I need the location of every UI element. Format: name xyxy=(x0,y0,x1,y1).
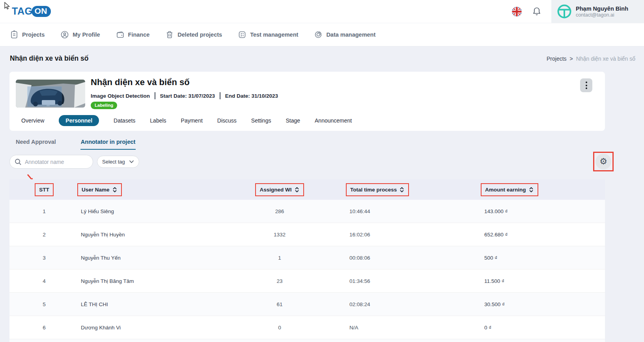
meta-divider xyxy=(155,92,155,99)
row-total-time: 02:08:24 xyxy=(317,301,459,307)
search-input[interactable] xyxy=(25,159,84,165)
project-card: Nhận diện xe và biển số Image Object Det… xyxy=(9,72,605,131)
row-user-name: Nguyễn Thu Yến xyxy=(79,255,242,261)
tag-select[interactable]: Select tag xyxy=(97,156,139,168)
uk-flag-icon[interactable] xyxy=(511,6,522,17)
status-badge: Labeling xyxy=(91,102,117,109)
row-user-name: Nguyễn Thị Băng Tâm xyxy=(79,278,242,284)
row-stt: 1 xyxy=(9,208,79,214)
nav-item-finance[interactable]: Finance xyxy=(116,30,150,39)
tab-datasets[interactable]: Datasets xyxy=(114,117,135,124)
chevron-down-icon xyxy=(129,160,134,164)
trash-icon xyxy=(165,30,174,39)
assigned-wi-sort[interactable]: Assigned WI xyxy=(255,183,304,196)
gear-annotation-box: ⚙ xyxy=(593,152,614,171)
col-header-assigned-wi: Assigned WI xyxy=(242,183,317,196)
data-doc-icon xyxy=(314,30,323,39)
row-amount: 30.500 ₫ xyxy=(459,301,605,307)
nav-item-data-management[interactable]: Data management xyxy=(314,30,375,39)
tab-settings[interactable]: Settings xyxy=(251,117,271,124)
row-stt: 2 xyxy=(9,232,79,238)
row-user-name: Lý Hiểu Siêng xyxy=(79,208,242,214)
row-user-name: LÊ THỊ CHI xyxy=(79,301,242,307)
total-time-sort[interactable]: Total time process xyxy=(346,183,409,196)
wallet-icon xyxy=(116,30,125,39)
tab-payment[interactable]: Payment xyxy=(181,117,203,124)
nav-item-test-management[interactable]: Test management xyxy=(238,30,298,39)
column-settings-button[interactable]: ⚙ xyxy=(595,154,611,169)
user-name: Phạm Nguyên Bình xyxy=(576,5,628,12)
row-total-time: 16:02:06 xyxy=(317,232,459,238)
row-amount: 143.000 ₫ xyxy=(459,208,605,214)
row-stt: 5 xyxy=(9,301,79,307)
sort-icon xyxy=(528,187,534,193)
next-row-partial xyxy=(9,339,605,342)
table-header: STT User Name Assigned WI Total time pro… xyxy=(9,179,605,200)
col-header-total-time: Total time process xyxy=(317,183,459,196)
annotator-search xyxy=(9,155,93,169)
sort-icon xyxy=(294,187,300,193)
row-total-time: 10:46:44 xyxy=(317,208,459,214)
project-tabs: Overview Personnel Datasets Labels Payme… xyxy=(21,115,352,126)
project-thumbnail xyxy=(16,80,85,108)
tab-personnel[interactable]: Personnel xyxy=(59,115,99,126)
project-meta: Image Object Detection Start Date: 31/07… xyxy=(91,92,278,99)
avatar-logo-icon xyxy=(557,4,572,19)
subtab-need-approval[interactable]: Need Approval xyxy=(16,139,56,150)
tab-stage[interactable]: Stage xyxy=(286,117,300,124)
project-title: Nhận diện xe và biển số xyxy=(91,77,190,87)
person-circle-icon xyxy=(60,30,69,39)
bell-icon[interactable] xyxy=(532,7,541,16)
page-title: Nhận diện xe và biển số xyxy=(10,54,88,63)
row-total-time: 00:08:06 xyxy=(317,255,459,261)
clipboard-icon xyxy=(10,30,19,39)
row-user-name: Dương Khánh Vi xyxy=(79,325,242,331)
kebab-menu-icon[interactable] xyxy=(580,78,592,92)
row-assigned-wi: 1 xyxy=(242,255,317,261)
gear-icon: ⚙ xyxy=(599,157,607,166)
user-info: Phạm Nguyên Bình contact@tagon.ai xyxy=(576,5,628,18)
table-row: 2 Nguyễn Thị Huyền 1332 16:02:06 652.680… xyxy=(9,223,605,246)
row-stt: 4 xyxy=(9,278,79,284)
col-header-user-name: User Name xyxy=(79,183,242,196)
user-profile[interactable]: Phạm Nguyên Bình contact@tagon.ai xyxy=(551,0,644,23)
nav-item-my-profile[interactable]: My Profile xyxy=(60,30,100,39)
breadcrumb-projects[interactable]: Projects xyxy=(547,56,567,62)
tag-select-label: Select tag xyxy=(102,159,125,165)
top-right-cluster: Phạm Nguyên Bình contact@tagon.ai xyxy=(511,0,644,23)
checklist-icon xyxy=(238,30,246,39)
tab-labels[interactable]: Labels xyxy=(150,117,166,124)
sort-icon xyxy=(112,187,118,193)
row-assigned-wi: 1332 xyxy=(242,232,317,238)
tab-overview[interactable]: Overview xyxy=(21,117,44,124)
search-icon xyxy=(15,158,22,165)
nav-item-deleted-projects[interactable]: Deleted projects xyxy=(165,30,222,39)
top-bar: TAG ON xyxy=(0,0,644,23)
app-root: TAG ON xyxy=(0,0,644,342)
user-email: contact@tagon.ai xyxy=(576,12,628,18)
row-assigned-wi: 23 xyxy=(242,278,317,284)
col-header-stt: STT xyxy=(9,183,79,196)
table-row: 1 Lý Hiểu Siêng 286 10:46:44 143.000 ₫ xyxy=(9,200,605,223)
amount-earning-sort[interactable]: Amount earning xyxy=(481,183,538,196)
row-amount: 0 ₫ xyxy=(459,325,605,331)
table-body: 1 Lý Hiểu Siêng 286 10:46:44 143.000 ₫ 2… xyxy=(9,200,605,339)
row-user-name: Nguyễn Thị Huyền xyxy=(79,232,242,238)
row-amount: 11.500 ₫ xyxy=(459,278,605,284)
tab-announcement[interactable]: Announcement xyxy=(315,117,352,124)
user-name-sort[interactable]: User Name xyxy=(77,183,122,196)
row-assigned-wi: 286 xyxy=(242,208,317,214)
tab-discuss[interactable]: Discuss xyxy=(217,117,237,124)
table-row: 3 Nguyễn Thu Yến 1 00:08:06 500 ₫ xyxy=(9,246,605,270)
tagon-logo[interactable]: TAG ON xyxy=(12,6,51,17)
subtab-annotator-in-project[interactable]: Annotator in project xyxy=(80,139,136,150)
main-nav: Projects My Profile Finance Deleted proj… xyxy=(0,23,644,46)
nav-item-projects[interactable]: Projects xyxy=(10,30,45,39)
mouse-cursor-icon xyxy=(3,2,10,10)
meta-divider xyxy=(220,92,220,99)
project-start-date: Start Date: 31/07/2023 xyxy=(160,93,215,99)
project-type: Image Object Detection xyxy=(91,93,150,99)
table-row: 4 Nguyễn Thị Băng Tâm 23 01:34:56 11.500… xyxy=(9,270,605,293)
personnel-subtabs: Need Approval Annotator in project xyxy=(16,139,136,150)
breadcrumb-separator-icon: > xyxy=(570,56,573,62)
